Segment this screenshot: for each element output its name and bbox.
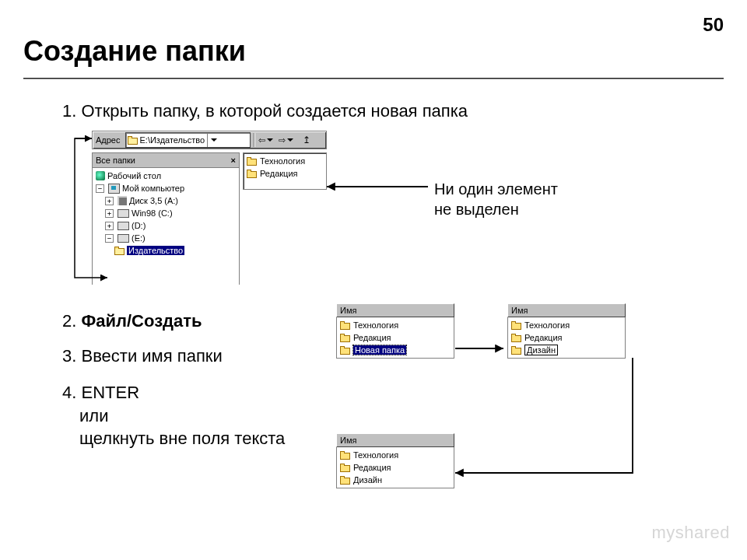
hard-drive-icon [117, 234, 129, 243]
folder-tree-panel: Все папки × Рабочий стол − Мой компьютер… [92, 152, 240, 285]
list-item-label: Новая папка [353, 345, 406, 355]
tree-header-label: Все папки [96, 156, 135, 165]
page-number: 50 [703, 14, 724, 36]
list-item-label: Дизайн [524, 345, 558, 355]
list-item[interactable]: Редакция [338, 331, 452, 344]
step-2-prefix: 2. [62, 311, 81, 331]
folder-icon [247, 157, 257, 166]
list-item-label: Технология [353, 320, 398, 330]
step-4-text: 4. ENTER или щелкнуть вне поля текста [62, 381, 285, 450]
list-item-label: Технология [353, 450, 398, 460]
annotation-line1: Ни один элемент [434, 180, 558, 198]
step-4-line3: щелкнуть вне поля текста [62, 429, 285, 448]
tree-item-drive-c[interactable]: + Win98 (C:) [96, 207, 237, 219]
nav-up-button[interactable] [298, 132, 315, 148]
tree-header: Все папки × [93, 153, 239, 168]
list-item[interactable]: Редакция [338, 461, 452, 474]
annotation-line2: не выделен [434, 201, 519, 218]
folder-open-icon [128, 136, 138, 145]
list-item-label: Технология [524, 320, 570, 330]
column-header-name[interactable]: Имя [507, 303, 626, 317]
arrow-minia-to-minib [455, 342, 510, 358]
list-item[interactable]: Технология [338, 449, 452, 461]
floppy-drive-icon [117, 196, 127, 205]
expander-plus-icon[interactable]: + [105, 197, 114, 205]
address-dropdown-button[interactable] [207, 133, 220, 147]
expander-minus-icon[interactable]: − [105, 234, 114, 243]
list-item-label: Редакция [353, 333, 391, 342]
column-header-name[interactable]: Имя [336, 433, 454, 447]
folder-icon [511, 346, 521, 355]
annotation-no-selection: Ни один элемент не выделен [434, 179, 558, 219]
chevron-down-icon [211, 138, 217, 142]
tree-item-publishing[interactable]: Издательство [96, 244, 237, 257]
folder-icon [511, 334, 521, 342]
tree-item-label: Win98 (C:) [132, 208, 173, 218]
step-3-text: 3. Ввести имя папки [62, 346, 223, 366]
address-value: E:\Издательство [140, 135, 205, 145]
folder-open-icon [114, 247, 124, 255]
step-4-line2: или [62, 406, 108, 425]
tree-item-mycomputer[interactable]: − Мой компьютер [96, 182, 237, 194]
folder-icon [340, 451, 350, 460]
list-item[interactable]: Технология [245, 155, 324, 167]
mini-list-final: Имя Технология Редакция Дизайн [336, 433, 454, 488]
list-item-label: Технология [260, 156, 305, 166]
list-item-label: Дизайн [353, 475, 382, 485]
hard-drive-icon [117, 222, 129, 230]
mini-list-newfolder: Имя Технология Редакция Новая папка [336, 303, 454, 359]
tree-item-label: Мой компьютер [122, 184, 184, 193]
tree-body: Рабочий стол − Мой компьютер + Диск 3,5 … [93, 168, 239, 285]
list-item[interactable]: Дизайн [338, 474, 452, 486]
tree-item-drive-e[interactable]: − (E:) [96, 232, 237, 244]
hard-drive-icon [117, 209, 129, 218]
tree-item-label: Диск 3,5 (A:) [129, 196, 178, 205]
expander-plus-icon[interactable]: + [105, 209, 114, 218]
title-divider [23, 78, 724, 79]
nav-forward-button[interactable]: ⇨ [278, 132, 295, 148]
tree-item-desktop[interactable]: Рабочий стол [96, 170, 237, 182]
toolbar-separator [254, 133, 254, 147]
tree-item-label: Рабочий стол [107, 171, 161, 180]
address-input[interactable]: E:\Издательство [125, 132, 251, 148]
mini-list-renamed: Имя Технология Редакция Дизайн [507, 303, 626, 359]
tree-item-label: (D:) [132, 221, 146, 230]
list-item-label: Редакция [353, 463, 391, 472]
tree-item-floppy[interactable]: + Диск 3,5 (A:) [96, 194, 237, 207]
step-2-text: 2. Файл/Создать [62, 311, 202, 331]
address-bar: Адрес E:\Издательство ⇦ ⇨ [92, 131, 327, 149]
step-2-bold: Файл/Создать [81, 311, 202, 331]
folder-icon [340, 464, 350, 472]
tree-item-label: Издательство [127, 246, 184, 255]
tree-close-button[interactable]: × [231, 156, 236, 165]
computer-icon [108, 184, 120, 194]
expander-plus-icon[interactable]: + [105, 222, 114, 230]
watermark: myshared [651, 523, 730, 543]
column-header-name[interactable]: Имя [336, 303, 454, 317]
list-item-label: Редакция [524, 333, 562, 342]
arrow-annotation-to-list [327, 180, 436, 196]
folder-icon [511, 321, 521, 330]
folder-icon [340, 346, 350, 355]
list-item[interactable]: Редакция [245, 167, 324, 180]
tree-item-label: (E:) [132, 233, 146, 243]
folder-icon [247, 170, 257, 178]
step-1-text: 1. Открыть папку, в которой создается но… [62, 101, 468, 121]
step-4-line1: 4. ENTER [62, 383, 139, 402]
arrow-minib-to-minic [455, 358, 642, 490]
nav-back-button[interactable]: ⇦ [258, 132, 275, 148]
tree-item-drive-d[interactable]: + (D:) [96, 219, 237, 232]
folder-icon [340, 334, 350, 342]
folder-icon [340, 476, 350, 485]
page-title: Создание папки [23, 35, 246, 68]
list-item[interactable]: Редакция [510, 331, 623, 344]
list-item[interactable]: Технология [510, 319, 623, 331]
list-item-editing[interactable]: Новая папка [338, 344, 452, 356]
list-item[interactable]: Технология [338, 319, 452, 331]
folder-icon [340, 321, 350, 330]
arrow-addressbar-to-tree [68, 132, 100, 288]
content-list-panel: Технология Редакция [243, 152, 327, 190]
list-item-editing[interactable]: Дизайн [510, 344, 623, 356]
list-item-label: Редакция [260, 169, 297, 178]
